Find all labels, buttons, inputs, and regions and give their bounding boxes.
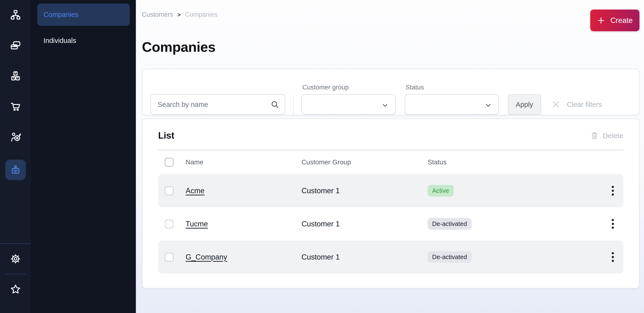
delete-button[interactable]: Delete [590,132,624,140]
list-title: List [158,131,174,141]
status-badge: Active [428,185,454,197]
table-body: Acme Customer 1 Active Tucme Customer 1 … [158,174,624,274]
app-window: Companies Individuals Customers > Compan… [0,0,644,313]
chevron-down-icon [484,101,492,109]
icon-rail [0,0,31,313]
table-row: Tucme Customer 1 De-activated [158,207,624,240]
column-header-customer-group: Customer Group [302,158,428,166]
plus-icon [597,16,605,24]
sidebar-item-label: Companies [44,11,78,19]
column-header-name: Name [186,158,302,166]
company-name-link[interactable]: Acme [186,186,204,195]
row-checkbox[interactable] [165,253,174,262]
row-actions-menu[interactable] [609,183,616,198]
status-badge: De-activated [428,251,472,263]
search-icon [270,100,280,109]
org-chart-icon [10,9,21,20]
status-field: Status [405,84,508,115]
row-actions-menu[interactable] [609,250,616,264]
row-actions-menu[interactable] [609,217,616,231]
sidebar-item-label: Individuals [44,37,76,45]
customer-group-cell: Customer 1 [302,253,428,262]
clear-filters-button[interactable]: Clear filters [551,94,602,115]
close-icon [551,100,561,109]
create-button[interactable]: Create [590,9,640,31]
main-content: Customers > Companies Create Companies [136,0,644,313]
table-header-row: Name Customer Group Status [158,150,624,174]
nav-org-chart[interactable] [8,7,24,23]
table-row: G_Company Customer 1 De-activated [158,240,624,274]
nav-orders[interactable] [8,99,24,114]
status-badge: De-activated [428,218,472,230]
nav-cards[interactable] [8,37,24,53]
column-header-status: Status [428,158,602,166]
nav-packages[interactable] [8,68,24,84]
customers-sidebar: Companies Individuals [31,0,136,313]
breadcrumb-companies: Companies [185,11,218,18]
table-row: Acme Customer 1 Active [158,174,624,207]
customer-group-cell: Customer 1 [302,220,428,228]
rail-divider-inset [5,274,26,274]
customer-group-field: Customer group [302,84,405,115]
search-input[interactable] [150,94,285,115]
nav-marketing[interactable] [8,129,24,145]
list-header: List Delete [158,131,624,141]
trash-icon [590,132,599,140]
settings-gear-icon [10,253,21,265]
nav-favorites[interactable] [8,282,24,297]
shopping-cart-icon [10,101,21,112]
customer-badge-icon [10,164,21,175]
status-label: Status [405,84,508,91]
packages-icon [10,70,21,82]
rail-top-items [5,0,26,180]
sidebar-item-companies[interactable]: Companies [37,3,130,26]
chevron-down-icon [381,101,389,109]
nav-settings[interactable] [8,251,24,267]
nav-customers[interactable] [5,159,26,180]
search-wrap [150,94,285,115]
star-icon [10,284,21,295]
clear-filters-label: Clear filters [567,101,602,109]
customer-group-label: Customer group [302,84,405,91]
sidebar-item-individuals[interactable]: Individuals [37,30,130,52]
breadcrumb-customers[interactable]: Customers [142,11,173,18]
rail-footer [0,243,31,313]
delete-button-label: Delete [603,132,624,140]
rail-divider [0,243,31,244]
create-button-label: Create [610,16,632,25]
search-group [150,94,285,115]
row-checkbox[interactable] [165,220,174,228]
topbar: Customers > Companies Create [142,0,640,31]
row-checkbox[interactable] [165,186,174,195]
filter-separator [293,94,294,115]
customer-group-select[interactable] [302,94,396,115]
status-select[interactable] [405,94,499,115]
apply-button[interactable]: Apply [508,94,541,115]
select-all-checkbox[interactable] [165,158,174,166]
cards-icon [10,40,21,51]
list-card: List Delete Name Customer Group Status [142,119,640,289]
company-name-link[interactable]: Tucme [186,220,208,228]
audience-target-icon [10,131,21,143]
page-title: Companies [142,39,640,55]
company-name-link[interactable]: G_Company [186,253,227,261]
customer-group-cell: Customer 1 [302,186,428,195]
breadcrumb: Customers > Companies [142,9,218,18]
breadcrumb-separator: > [178,11,181,18]
filter-card: Customer group Status Apply Clear filter… [142,69,640,115]
